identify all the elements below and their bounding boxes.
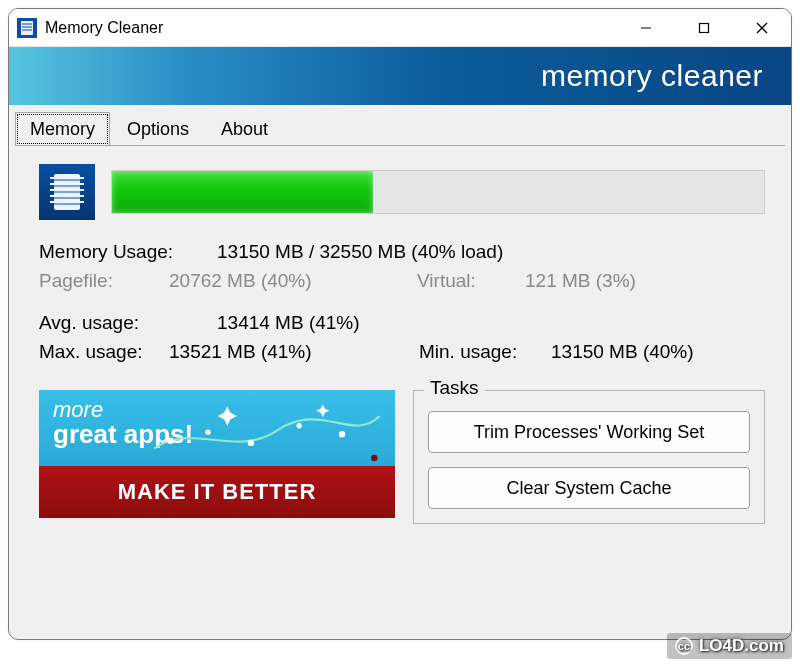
svg-point-25 [167, 438, 173, 444]
memory-progress-bar [111, 170, 765, 214]
memory-usage-value: 13150 MB / 32550 MB (40% load) [217, 238, 503, 267]
app-window: Memory Cleaner memory cleaner Memory Opt… [8, 8, 792, 640]
max-usage-value: 13521 MB (41%) [169, 338, 419, 367]
svg-point-30 [371, 455, 377, 461]
watermark: cc LO4D.com [667, 633, 792, 659]
tasks-legend: Tasks [424, 377, 485, 399]
window-title: Memory Cleaner [45, 19, 163, 37]
stats-block: Memory Usage: 13150 MB / 32550 MB (40% l… [39, 238, 765, 366]
watermark-text: LO4D.com [699, 636, 784, 656]
tasks-group: Tasks Trim Processes' Working Set Clear … [413, 390, 765, 524]
pagefile-value: 20762 MB (40%) [169, 267, 409, 296]
max-usage-label: Max. usage: [39, 338, 169, 367]
tab-strip: Memory Options About [9, 105, 791, 145]
min-usage-label: Min. usage: [419, 338, 551, 367]
pagefile-label: Pagefile: [39, 267, 161, 296]
tab-memory[interactable]: Memory [15, 112, 110, 146]
memory-chip-icon [39, 164, 95, 220]
promo-top: more great apps! [39, 390, 395, 466]
virtual-value: 121 MB (3%) [525, 267, 636, 296]
sparkle-icon [149, 400, 385, 464]
svg-point-27 [248, 440, 254, 446]
maximize-button[interactable] [675, 9, 733, 47]
memory-usage-label: Memory Usage: [39, 238, 209, 267]
clear-system-cache-button[interactable]: Clear System Cache [428, 467, 750, 509]
memory-row [39, 164, 765, 220]
close-button[interactable] [733, 9, 791, 47]
banner-text: memory cleaner [541, 59, 763, 93]
cc-icon: cc [675, 637, 693, 655]
banner: memory cleaner [9, 47, 791, 105]
svg-rect-6 [700, 23, 709, 32]
title-bar: Memory Cleaner [9, 9, 791, 47]
app-icon [17, 18, 37, 38]
svg-point-26 [205, 429, 210, 434]
trim-working-set-button[interactable]: Trim Processes' Working Set [428, 411, 750, 453]
promo-banner[interactable]: more great apps! [39, 390, 395, 518]
avg-usage-value: 13414 MB (41%) [217, 309, 360, 338]
min-usage-value: 13150 MB (40%) [551, 338, 694, 367]
virtual-label: Virtual: [417, 267, 517, 296]
svg-rect-1 [21, 21, 33, 35]
tab-about[interactable]: About [206, 112, 283, 146]
minimize-button[interactable] [617, 9, 675, 47]
promo-cta: MAKE IT BETTER [39, 466, 395, 518]
tab-options[interactable]: Options [112, 112, 204, 146]
avg-usage-label: Avg. usage: [39, 309, 209, 338]
svg-point-29 [339, 431, 345, 437]
svg-point-28 [296, 423, 301, 428]
tab-panel-memory: Memory Usage: 13150 MB / 32550 MB (40% l… [15, 145, 785, 633]
memory-progress-fill [112, 171, 373, 213]
